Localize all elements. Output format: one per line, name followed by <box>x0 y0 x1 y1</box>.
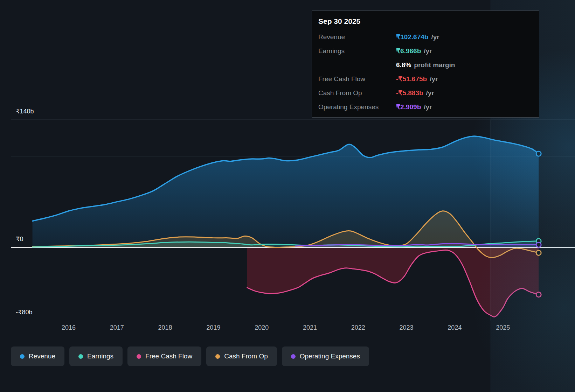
operating-expenses-legend-dot-icon <box>291 354 296 359</box>
operating-expenses-end-marker <box>536 242 541 247</box>
y-axis-label: ₹0 <box>16 235 23 243</box>
tooltip-suffix: profit margin <box>414 61 455 70</box>
tooltip-value: -₹5.883b <box>396 89 423 98</box>
x-axis-label-2022: 2022 <box>342 324 374 331</box>
tooltip-label: Free Cash Flow <box>318 75 396 84</box>
tooltip-value: ₹102.674b <box>396 33 428 42</box>
y-axis-label: -₹80b <box>16 308 32 316</box>
tooltip-label: Earnings <box>318 47 396 56</box>
chart-tooltip: Sep 30 2025 Revenue₹102.674b/yrEarnings₹… <box>312 10 539 118</box>
tooltip-suffix: /yr <box>431 33 439 42</box>
tooltip-suffix: /yr <box>424 103 432 112</box>
x-axis-label-2019: 2019 <box>198 324 229 331</box>
tooltip-suffix: /yr <box>426 89 434 98</box>
revenue-end-marker <box>536 151 541 156</box>
x-axis-label-2021: 2021 <box>294 324 326 331</box>
y-axis-label: ₹140b <box>16 107 34 115</box>
legend-item-free-cash-flow[interactable]: Free Cash Flow <box>127 346 201 366</box>
x-axis-label-2023: 2023 <box>391 324 422 331</box>
legend-item-revenue[interactable]: Revenue <box>11 346 64 366</box>
x-axis-label-2020: 2020 <box>246 324 277 331</box>
tooltip-rows: Revenue₹102.674b/yrEarnings₹6.966b/yr6.8… <box>318 30 533 114</box>
tooltip-value: -₹51.675b <box>396 75 427 84</box>
tooltip-value: ₹6.966b <box>396 47 421 56</box>
legend-label: Operating Expenses <box>300 352 360 360</box>
legend-label: Free Cash Flow <box>145 352 192 360</box>
chart-legend: RevenueEarningsFree Cash FlowCash From O… <box>11 346 369 366</box>
legend-label: Earnings <box>87 352 113 360</box>
x-axis-label-2018: 2018 <box>150 324 181 331</box>
tooltip-date: Sep 30 2025 <box>318 14 533 30</box>
tooltip-row-profit-margin: 6.8%profit margin <box>318 58 533 72</box>
legend-label: Revenue <box>29 352 55 360</box>
legend-item-operating-expenses[interactable]: Operating Expenses <box>282 346 369 366</box>
legend-label: Cash From Op <box>224 352 268 360</box>
tooltip-value: ₹2.909b <box>396 103 421 112</box>
revenue-legend-dot-icon <box>20 354 25 359</box>
earnings-legend-dot-icon <box>78 354 83 359</box>
legend-item-cash-from-op[interactable]: Cash From Op <box>206 346 277 366</box>
cash-from-op-legend-dot-icon <box>215 354 220 359</box>
x-axis-label-2025: 2025 <box>487 324 519 331</box>
legend-item-earnings[interactable]: Earnings <box>69 346 123 366</box>
tooltip-row-revenue: Revenue₹102.674b/yr <box>318 30 533 44</box>
tooltip-row-cash-from-op: Cash From Op-₹5.883b/yr <box>318 86 533 100</box>
x-axis-label-2024: 2024 <box>439 324 470 331</box>
tooltip-label: Revenue <box>318 33 396 42</box>
free-cash-flow-end-marker <box>536 292 541 297</box>
tooltip-suffix: /yr <box>430 75 438 84</box>
cash-from-op-end-marker <box>536 250 541 255</box>
tooltip-label: Operating Expenses <box>318 103 396 112</box>
tooltip-row-earnings: Earnings₹6.966b/yr <box>318 44 533 58</box>
earnings-revenue-chart-page: ₹140b₹0-₹80b 201620172018201920202021202… <box>0 0 575 392</box>
tooltip-suffix: /yr <box>424 47 432 56</box>
tooltip-row-free-cash-flow: Free Cash Flow-₹51.675b/yr <box>318 72 533 86</box>
free-cash-flow-legend-dot-icon <box>137 354 141 359</box>
x-axis-label-2017: 2017 <box>101 324 133 331</box>
x-axis-label-2016: 2016 <box>53 324 84 331</box>
tooltip-row-operating-expenses: Operating Expenses₹2.909b/yr <box>318 100 533 114</box>
tooltip-label: Cash From Op <box>318 89 396 98</box>
tooltip-value: 6.8% <box>396 61 411 70</box>
